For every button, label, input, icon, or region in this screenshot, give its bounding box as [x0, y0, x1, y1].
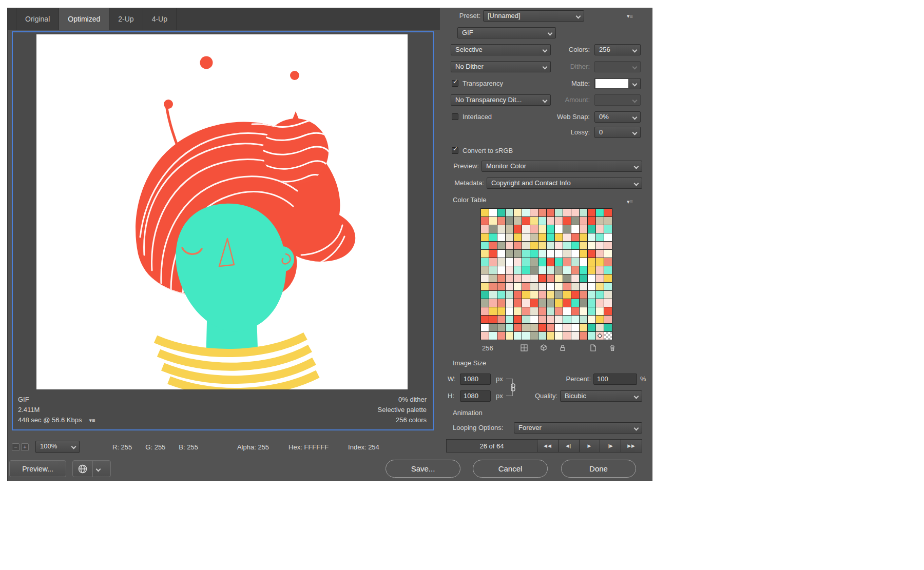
zoom-in-button[interactable]: +: [21, 443, 29, 451]
color-swatch[interactable]: [596, 225, 604, 233]
color-swatch[interactable]: [604, 332, 612, 340]
color-swatch[interactable]: [489, 225, 497, 233]
color-swatch[interactable]: [489, 316, 497, 323]
preview-status-menu-icon[interactable]: ▾≡: [89, 415, 95, 425]
color-swatch[interactable]: [514, 274, 522, 282]
color-swatch[interactable]: [481, 217, 489, 225]
tab-4up[interactable]: 4-Up: [143, 8, 177, 30]
color-swatch[interactable]: [530, 266, 538, 274]
lock-icon[interactable]: [559, 344, 567, 352]
color-swatch[interactable]: [522, 225, 530, 233]
color-swatch[interactable]: [530, 324, 538, 331]
color-swatch[interactable]: [489, 250, 497, 258]
color-swatch[interactable]: [514, 299, 522, 307]
previous-frame-button[interactable]: ◀|: [559, 440, 580, 452]
color-swatch[interactable]: [555, 266, 563, 274]
color-swatch[interactable]: [522, 233, 530, 241]
zoom-level-select[interactable]: 100%: [35, 441, 80, 453]
color-swatch[interactable]: [497, 225, 505, 233]
format-select[interactable]: GIF: [457, 27, 556, 38]
color-swatch[interactable]: [497, 217, 505, 225]
cancel-button[interactable]: Cancel: [473, 460, 548, 478]
color-swatch[interactable]: [530, 258, 538, 266]
color-swatch[interactable]: [547, 316, 554, 323]
color-swatch[interactable]: [580, 283, 587, 290]
color-swatch[interactable]: [604, 299, 612, 307]
color-swatch[interactable]: [547, 209, 554, 217]
color-swatch[interactable]: [596, 274, 604, 282]
color-swatch[interactable]: [596, 217, 604, 225]
preview-in-browser-button[interactable]: [72, 460, 111, 477]
color-swatch[interactable]: [522, 242, 530, 249]
color-swatch[interactable]: [588, 266, 595, 274]
color-swatch[interactable]: [547, 291, 554, 299]
color-swatch[interactable]: [538, 291, 546, 299]
convert-srgb-checkbox[interactable]: ✓: [452, 147, 458, 154]
color-swatch[interactable]: [522, 209, 530, 217]
color-swatch[interactable]: [489, 274, 497, 282]
color-swatch[interactable]: [547, 225, 554, 233]
color-swatch[interactable]: [481, 283, 489, 290]
color-swatch[interactable]: [497, 274, 505, 282]
color-swatch[interactable]: [522, 307, 530, 315]
color-swatch[interactable]: [604, 209, 612, 217]
color-swatch[interactable]: [506, 217, 513, 225]
color-swatch[interactable]: [596, 242, 604, 249]
width-field[interactable]: 1080: [460, 374, 491, 385]
color-swatch[interactable]: [571, 250, 579, 258]
color-swatch[interactable]: [563, 332, 571, 340]
color-swatch[interactable]: [596, 250, 604, 258]
color-swatch[interactable]: [571, 291, 579, 299]
color-swatch[interactable]: [563, 324, 571, 331]
save-button[interactable]: Save...: [386, 460, 460, 478]
delete-color-icon[interactable]: [608, 344, 617, 352]
color-swatch[interactable]: [555, 291, 563, 299]
color-swatch[interactable]: [530, 217, 538, 225]
color-swatch[interactable]: [596, 332, 604, 340]
next-frame-button[interactable]: |▶: [600, 440, 621, 452]
color-swatch[interactable]: [547, 217, 554, 225]
preview-mode-select[interactable]: Monitor Color: [482, 161, 642, 172]
color-swatch[interactable]: [547, 274, 554, 282]
color-swatch[interactable]: [506, 209, 513, 217]
color-swatch[interactable]: [563, 217, 571, 225]
color-swatch[interactable]: [563, 316, 571, 323]
play-button[interactable]: ▶: [580, 440, 601, 452]
color-swatch[interactable]: [580, 307, 587, 315]
color-swatch[interactable]: [514, 291, 522, 299]
color-swatch[interactable]: [555, 299, 563, 307]
color-swatch[interactable]: [596, 233, 604, 241]
color-swatch[interactable]: [547, 283, 554, 290]
color-swatch[interactable]: [547, 307, 554, 315]
color-swatch[interactable]: [563, 225, 571, 233]
color-swatch[interactable]: [538, 242, 546, 249]
color-swatch[interactable]: [588, 217, 595, 225]
color-swatch[interactable]: [489, 233, 497, 241]
color-swatch[interactable]: [571, 299, 579, 307]
color-swatch[interactable]: [538, 316, 546, 323]
color-swatch[interactable]: [489, 332, 497, 340]
color-swatch[interactable]: [596, 307, 604, 315]
height-field[interactable]: 1080: [460, 390, 491, 402]
color-swatch[interactable]: [563, 266, 571, 274]
color-table-menu-icon[interactable]: ▾≡: [627, 196, 633, 207]
color-swatch[interactable]: [530, 299, 538, 307]
color-swatch[interactable]: [580, 258, 587, 266]
color-swatch[interactable]: [506, 291, 513, 299]
tab-2up[interactable]: 2-Up: [109, 8, 143, 30]
color-swatch[interactable]: [514, 250, 522, 258]
color-swatch[interactable]: [514, 225, 522, 233]
color-swatch[interactable]: [580, 324, 587, 331]
color-swatch[interactable]: [571, 324, 579, 331]
color-swatch[interactable]: [596, 291, 604, 299]
color-swatch[interactable]: [514, 316, 522, 323]
web-shift-cube-icon[interactable]: [540, 344, 548, 352]
color-swatch[interactable]: [580, 242, 587, 249]
color-swatch[interactable]: [604, 291, 612, 299]
color-swatch[interactable]: [596, 316, 604, 323]
color-swatch[interactable]: [481, 307, 489, 315]
tab-optimized[interactable]: Optimized: [59, 8, 109, 30]
color-swatch[interactable]: [588, 242, 595, 249]
color-swatch[interactable]: [580, 217, 587, 225]
color-swatch[interactable]: [571, 258, 579, 266]
